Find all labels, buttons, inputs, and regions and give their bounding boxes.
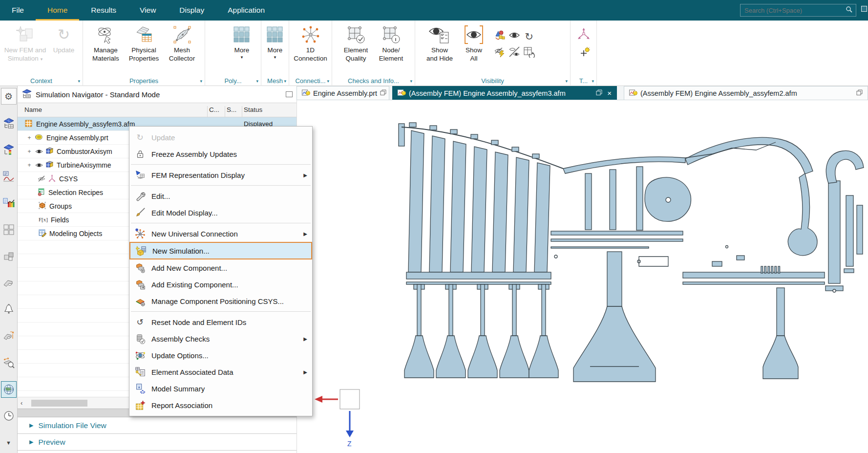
window-panel-icon[interactable] xyxy=(861,6,867,12)
collapse-rail-icon[interactable]: ▼ xyxy=(1,434,17,451)
new-simulation-icon xyxy=(135,245,147,256)
assembly-navigator-icon[interactable] xyxy=(1,248,17,264)
menu-item-freeze-assembly-updates[interactable]: Freeze Assembly Updates xyxy=(129,146,312,162)
menu-item-fem-representation-display[interactable]: FEM Representation Display ▶ xyxy=(129,167,312,183)
solution-monitor-icon[interactable] xyxy=(1,194,17,211)
menu-file[interactable]: File xyxy=(0,0,36,21)
settings-icon[interactable]: ⚙ xyxy=(1,88,17,105)
move-displayed-objects-icon[interactable] xyxy=(494,29,506,43)
close-icon[interactable]: × xyxy=(607,89,612,97)
expand-icon[interactable]: + xyxy=(26,162,32,169)
tree-row-label: CSYS xyxy=(59,175,78,183)
command-search[interactable] xyxy=(740,4,856,17)
menu-item-label: FEM Representation Display xyxy=(151,171,245,179)
fixture-check-icon[interactable] xyxy=(1,328,17,345)
visibility-eye-icon[interactable] xyxy=(35,161,43,169)
expand-icon[interactable]: + xyxy=(26,148,32,155)
menu-results[interactable]: Results xyxy=(79,0,128,21)
analysis-file-icon xyxy=(302,89,310,98)
invert-shown-hidden-icon[interactable] xyxy=(508,46,520,60)
1d-connection-button[interactable]: 1D Connection xyxy=(290,23,331,63)
search-icon[interactable] xyxy=(846,6,853,15)
group-label-polygon[interactable]: Poly...▾ xyxy=(205,76,261,86)
tree-row-label: CombustorAxisym xyxy=(57,148,112,155)
immediate-hide-icon[interactable] xyxy=(494,46,506,60)
section-label: Simulation File View xyxy=(38,421,106,430)
menu-item-manage-component-positioning-csys[interactable]: Manage Component Positioning CSYS... xyxy=(129,293,312,309)
section-preview[interactable]: ▶ Preview xyxy=(18,434,296,451)
tab-engine-assembly-prt[interactable]: Engine Assembly.prt xyxy=(296,86,389,100)
physical-properties-button[interactable]: Physical Properties xyxy=(125,23,163,63)
constraint-navigator-icon[interactable] xyxy=(1,275,17,291)
menu-item-model-summary[interactable]: Model Summary xyxy=(129,380,312,397)
menu-view[interactable]: View xyxy=(128,0,168,21)
navigator-title: Simulation Navigator - Standard Mode xyxy=(36,90,160,99)
menu-item-reset-node-element-ids[interactable]: ↺ Reset Node and Element IDs xyxy=(129,314,312,330)
menu-item-assembly-checks[interactable]: Assembly Checks ▶ xyxy=(129,330,312,347)
simulation-navigator-icon[interactable] xyxy=(1,115,17,131)
column-header-name[interactable]: Name xyxy=(24,106,42,113)
measurement-icon[interactable] xyxy=(1,354,17,371)
tab-assyfem2[interactable]: (Assembly FEM) Engine Assembly_assyfem2.… xyxy=(624,86,868,100)
group-label-properties[interactable]: Properties▾ xyxy=(83,76,205,86)
new-window-icon[interactable] xyxy=(856,89,863,97)
window-refresh-icon[interactable] xyxy=(523,46,535,60)
group-label-checks[interactable]: Checks and Info...▾ xyxy=(332,76,415,86)
more-mesh-button[interactable]: More ▾ xyxy=(262,23,288,60)
manage-materials-button[interactable]: Manage Materials xyxy=(87,23,125,63)
alerts-bell-icon[interactable] xyxy=(1,301,17,318)
submenu-arrow-icon: ▶ xyxy=(303,231,307,237)
web-browser-icon[interactable] xyxy=(1,381,17,398)
element-quality-button[interactable]: Element Quality xyxy=(339,23,374,63)
part-icon xyxy=(35,133,43,143)
group-label-connections[interactable]: Connecti...▾ xyxy=(289,76,332,86)
show-all-button[interactable]: Show All xyxy=(458,23,489,63)
menu-item-element-associated-data[interactable]: Element Associated Data ▶ xyxy=(129,364,312,380)
mesh-collector-button[interactable]: Mesh Collector xyxy=(163,23,201,63)
expand-icon[interactable]: + xyxy=(26,134,32,141)
show-all-icon xyxy=(463,23,485,46)
node-element-button[interactable]: Node/ Element xyxy=(374,23,409,63)
menu-home[interactable]: Home xyxy=(36,0,79,21)
menu-item-edit-model-display[interactable]: Edit Model Display... xyxy=(129,204,312,221)
menu-item-edit[interactable]: Edit... xyxy=(129,188,312,204)
show-and-hide-button[interactable]: Show and Hide xyxy=(421,23,458,63)
menu-item-add-new-component[interactable]: Add New Component... xyxy=(129,259,312,276)
window-layout-icon[interactable] xyxy=(1,221,17,238)
menu-display[interactable]: Display xyxy=(168,0,216,21)
menu-item-update-options[interactable]: Update Options... xyxy=(129,347,312,364)
menu-item-new-universal-connection[interactable]: New Universal Connection ▶ xyxy=(129,225,312,242)
menu-item-new-simulation[interactable]: New Simulation... xyxy=(129,242,312,259)
menu-item-add-existing-component[interactable]: Add Existing Component... xyxy=(129,276,312,293)
group-label-mesh[interactable]: Mesh▾ xyxy=(261,76,289,86)
scroll-left-icon[interactable]: ‹ xyxy=(21,399,28,407)
new-window-icon[interactable] xyxy=(596,89,602,97)
history-clock-icon[interactable] xyxy=(1,408,17,424)
xy-function-navigator-icon[interactable] xyxy=(1,168,17,185)
column-header-status[interactable]: Status xyxy=(244,106,262,113)
assembly-checks-icon xyxy=(134,333,146,344)
group-label-visibility[interactable]: Visibility▾ xyxy=(415,76,570,86)
group-label-context[interactable]: Context▾ xyxy=(0,76,83,86)
csys-display-icon[interactable] xyxy=(577,27,591,43)
refresh-icon[interactable]: ↻ xyxy=(525,31,533,42)
search-input[interactable] xyxy=(743,6,846,15)
menu-application[interactable]: Application xyxy=(216,0,276,21)
tab-assyfem3[interactable]: (Assembly FEM) Engine Assembly_assyfem3.… xyxy=(392,86,617,100)
visibility-eye-icon[interactable] xyxy=(35,148,43,155)
scrollbar-thumb[interactable] xyxy=(31,400,87,407)
column-header-s[interactable]: S... xyxy=(227,106,236,113)
section-simulation-file-view[interactable]: ▶ Simulation File View xyxy=(18,417,296,434)
visibility-eye-off-icon[interactable] xyxy=(37,175,46,183)
panel-float-button[interactable] xyxy=(286,91,293,97)
graphics-viewport[interactable]: Z xyxy=(296,100,868,453)
column-header-c[interactable]: C... xyxy=(209,106,219,113)
show-icon[interactable] xyxy=(508,29,520,43)
point-light-icon[interactable] xyxy=(577,46,591,62)
group-label-tools[interactable]: T...▾ xyxy=(571,76,596,86)
menu-item-report-association[interactable]: Report Association xyxy=(129,397,312,413)
grid-more-icon xyxy=(233,23,251,46)
more-polygon-button[interactable]: More ▾ xyxy=(227,23,257,60)
new-window-icon[interactable] xyxy=(380,89,386,97)
post-processing-navigator-icon[interactable] xyxy=(1,141,17,158)
